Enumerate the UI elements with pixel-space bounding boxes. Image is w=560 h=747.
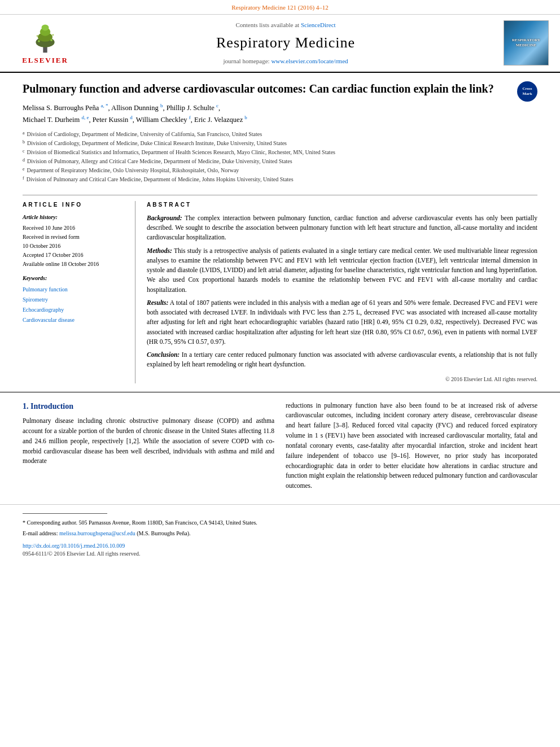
intro-paragraph2: reductions in pulmonary function have al… <box>286 401 537 491</box>
elsevier-wordmark: ELSEVIER <box>22 55 68 65</box>
doi-line: http://dx.doi.org/10.1016/j.rmed.2016.10… <box>23 542 537 550</box>
doi-link[interactable]: http://dx.doi.org/10.1016/j.rmed.2016.10… <box>23 543 125 549</box>
conclusion-label: Conclusion: <box>147 351 180 358</box>
journal-thumbnail: RESPIRATORY MEDICINE <box>492 20 549 65</box>
article-info-heading: ARTICLE INFO <box>23 201 126 209</box>
journal-header: ELSEVIER Contents lists available at Sci… <box>0 15 560 72</box>
article-info-column: ARTICLE INFO Article history: Received 1… <box>23 201 135 383</box>
author5: Peter Kussin d <box>93 116 133 124</box>
affil-sup-d: d <box>23 157 25 165</box>
history-entries: Received 10 June 2016 Received in revise… <box>23 224 126 269</box>
author6: William Checkley f <box>136 116 191 124</box>
body-left-column: 1. Introduction Pulmonary disease includ… <box>23 401 274 496</box>
affil-sup-c: c <box>23 148 25 156</box>
copyright-line: © 2016 Elsevier Ltd. All rights reserved… <box>147 375 537 383</box>
sep2: , <box>163 104 166 112</box>
authors-line: Melissa S. Burroughs Peña a, *, Allison … <box>23 102 511 125</box>
abstract-heading: ABSTRACT <box>147 201 537 209</box>
keyword-4[interactable]: Cardiovascular disease <box>23 315 126 325</box>
affil-text-d: Division of Pulmonary, Allergy and Criti… <box>27 157 292 165</box>
sciencedirect-line: Contents lists available at ScienceDirec… <box>79 21 492 29</box>
affil-b: bDivision of Cardiology, Department of M… <box>23 139 511 147</box>
svg-point-8 <box>52 34 54 36</box>
intro-p2-text: reductions in pulmonary function have al… <box>286 402 537 490</box>
abstract-background: Background: The complex interaction betw… <box>147 213 537 243</box>
article-header: Pulmonary function and adverse cardiovas… <box>0 73 560 392</box>
article-title-area: Pulmonary function and adverse cardiovas… <box>23 81 511 188</box>
affil-a: aDivision of Cardiology, Department of M… <box>23 130 511 138</box>
affil-sup-e: e <box>23 166 25 174</box>
crossmark-icon: CrossMark <box>517 81 537 102</box>
corresponding-text: * Corresponding author. 505 Parnassus Av… <box>23 519 257 526</box>
journal-cover-text: RESPIRATORY MEDICINE <box>504 38 548 49</box>
issn-line: 0954-6111/© 2016 Elsevier Ltd. All right… <box>23 550 537 558</box>
keyword-3[interactable]: Echocardiography <box>23 305 126 315</box>
author1: Melissa S. Burroughs Peña a, * <box>23 104 108 112</box>
conclusion-text: In a tertiary care center reduced pulmon… <box>147 351 537 368</box>
svg-point-7 <box>37 36 38 37</box>
affil-c: cDivision of Biomedical Statistics and I… <box>23 148 511 156</box>
background-label: Background: <box>147 215 182 221</box>
email-person: (M.S. Burroughs Peña). <box>137 530 190 536</box>
contents-label: Contents lists available at <box>235 21 299 28</box>
abstract-results: Results: A total of 1807 patients were i… <box>147 298 537 347</box>
sup7: b <box>244 115 247 120</box>
accepted-date: Accepted 17 October 2016 <box>23 251 126 260</box>
intro-p2: reductions in pulmonary function have al… <box>286 401 537 491</box>
sep4: , <box>89 116 92 124</box>
article-title: Pulmonary function and adverse cardiovas… <box>23 81 511 96</box>
results-text: A total of 1807 patients were included i… <box>147 299 537 345</box>
keyword-2[interactable]: Spirometry <box>23 295 126 305</box>
intro-title: Introduction <box>30 402 73 410</box>
affil-text-e: Department of Respiratory Medicine, Oslo… <box>27 166 239 174</box>
homepage-link[interactable]: www.elsevier.com/locate/rmed <box>271 58 348 64</box>
intro-number: 1. <box>23 402 29 410</box>
methods-text: This study is a retrospective analysis o… <box>147 247 537 293</box>
intro-p1-text: Pulmonary disease including chronic obst… <box>23 417 274 464</box>
journal-header-center: Contents lists available at ScienceDirec… <box>79 21 492 65</box>
received-date: Received 10 June 2016 <box>23 224 126 233</box>
elsevier-logo-area: ELSEVIER <box>11 20 79 65</box>
author2: Allison Dunning b <box>111 104 163 112</box>
email-link[interactable]: melissa.burroughspena@ucsf.edu <box>59 530 135 536</box>
crossmark-badge[interactable]: CrossMark <box>517 81 537 102</box>
section-divider <box>23 195 537 195</box>
keywords-list: Pulmonary function Spirometry Echocardio… <box>23 285 126 325</box>
abstract-body: Background: The complex interaction betw… <box>147 213 537 370</box>
email-footnote: E-mail address: melissa.burroughspena@uc… <box>23 529 537 538</box>
affil-sup-b: b <box>23 139 25 147</box>
intro-paragraph1: Pulmonary disease including chronic obst… <box>23 416 274 466</box>
affil-text-b: Division of Cardiology, Department of Me… <box>27 139 287 147</box>
article-footer: * Corresponding author. 505 Parnassus Av… <box>0 504 560 566</box>
sciencedirect-link[interactable]: ScienceDirect <box>301 21 336 28</box>
results-label: Results: <box>147 299 168 306</box>
elsevier-logo: ELSEVIER <box>11 20 79 65</box>
sep5: , <box>133 116 136 124</box>
intro-section-title: 1. Introduction <box>23 401 274 412</box>
article-title-row: Pulmonary function and adverse cardiovas… <box>23 81 537 188</box>
affil-sup-a: a <box>23 130 25 138</box>
svg-point-4 <box>42 25 49 31</box>
homepage-line: journal homepage: www.elsevier.com/locat… <box>79 57 492 65</box>
affil-f: fDivision of Pulmonary and Critical Care… <box>23 175 511 184</box>
affil-text-f: Division of Pulmonary and Critical Care … <box>27 175 294 184</box>
received-revised-date: 10 October 2016 <box>23 242 126 251</box>
email-label: E-mail address: <box>23 530 58 536</box>
journal-name: Respiratory Medicine <box>79 33 492 53</box>
received-revised-label: Received in revised form <box>23 233 126 242</box>
author4: Michael T. Durheim d, e <box>23 116 89 124</box>
homepage-label: journal homepage: <box>223 58 269 64</box>
keyword-1[interactable]: Pulmonary function <box>23 285 126 295</box>
article-body: 1. Introduction Pulmonary disease includ… <box>0 392 560 504</box>
sep3: , <box>218 104 220 112</box>
body-right-column: reductions in pulmonary function have al… <box>286 401 537 496</box>
author7: Eric J. Velazquez b <box>194 116 247 124</box>
affil-text-a: Division of Cardiology, Department of Me… <box>27 130 262 138</box>
affil-text-c: Division of Biomedical Statistics and In… <box>27 148 335 156</box>
abstract-column: ABSTRACT Background: The complex interac… <box>147 201 537 383</box>
sup1: a, * <box>101 103 108 108</box>
article-history-label: Article history: <box>23 213 126 221</box>
journal-cover-image: RESPIRATORY MEDICINE <box>504 20 549 65</box>
svg-point-6 <box>50 40 53 42</box>
info-abstract-section: ARTICLE INFO Article history: Received 1… <box>23 201 537 383</box>
